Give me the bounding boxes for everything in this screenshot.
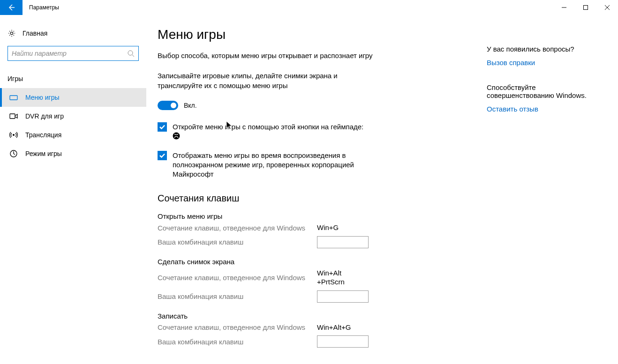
shortcut-title: Записать: [158, 312, 471, 320]
shortcut-user-label: Ваша комбинация клавиш: [158, 238, 317, 246]
checkbox-gamepad-label: Откройте меню игры с помощью этой кнопки…: [173, 122, 363, 141]
sidebar: Главная Игры Меню игры DVR для игр Т: [0, 15, 146, 364]
shortcut-win-label: Сочетание клавиш, отведенное для Windows: [158, 224, 317, 232]
shortcut-win-label: Сочетание клавиш, отведенное для Windows: [158, 323, 317, 331]
aside-help-link[interactable]: Вызов справки: [487, 59, 604, 67]
window-title: Параметры: [23, 4, 553, 11]
gear-icon: [8, 29, 16, 37]
svg-point-1: [10, 32, 13, 34]
shortcut-win-value: Win+G: [317, 223, 369, 232]
sidebar-item-gamebar[interactable]: Меню игры: [0, 88, 146, 107]
sidebar-item-label: Трансляция: [25, 131, 61, 139]
shortcut-title: Открыть меню игры: [158, 212, 471, 220]
search-input[interactable]: [12, 50, 127, 57]
broadcast-icon: [9, 131, 18, 139]
shortcut-user-label: Ваша комбинация клавиш: [158, 338, 317, 346]
shortcut-win-value: Win+Alt+G: [317, 323, 369, 332]
gamebar-toggle[interactable]: [158, 101, 178, 110]
back-arrow-icon: [8, 4, 15, 11]
page-title: Меню игры: [158, 27, 471, 42]
page-description-1: Выбор способа, которым меню игры открыва…: [158, 51, 373, 60]
shortcuts-heading: Сочетания клавиш: [158, 193, 471, 204]
back-button[interactable]: [0, 0, 23, 15]
svg-point-7: [173, 133, 180, 140]
checkbox-fullscreen[interactable]: [158, 151, 167, 160]
shortcut-win-label: Сочетание клавиш, отведенное для Windows: [158, 274, 317, 282]
svg-point-5: [13, 134, 15, 136]
minimize-button[interactable]: [553, 0, 575, 15]
gamebar-icon: [9, 93, 18, 102]
aside-feedback-heading: Способствуйте совершенствованию Windows.: [487, 83, 604, 99]
gamemode-icon: [9, 149, 18, 158]
aside: У вас появились вопросы? Вызов справки С…: [482, 15, 618, 364]
shortcut-group-screenshot: Сделать снимок экрана Сочетание клавиш, …: [158, 258, 471, 303]
shortcut-user-input-record[interactable]: [317, 335, 369, 348]
shortcut-group-open: Открыть меню игры Сочетание клавиш, отве…: [158, 212, 471, 248]
shortcut-user-label: Ваша комбинация клавиш: [158, 292, 317, 300]
svg-rect-0: [584, 6, 588, 10]
maximize-button[interactable]: [575, 0, 596, 15]
aside-questions-heading: У вас появились вопросы?: [487, 45, 604, 53]
checkbox-fullscreen-label: Отображать меню игры во время воспроизве…: [173, 151, 383, 179]
check-icon: [159, 124, 166, 130]
sidebar-home[interactable]: Главная: [0, 26, 146, 46]
shortcut-title: Сделать снимок экрана: [158, 258, 471, 266]
toggle-label: Вкл.: [184, 102, 197, 109]
window-controls: [553, 0, 618, 15]
sidebar-item-label: Режим игры: [25, 150, 62, 157]
search-icon: [127, 50, 135, 57]
svg-rect-3: [10, 96, 17, 100]
sidebar-item-broadcast[interactable]: Трансляция: [0, 126, 146, 144]
sidebar-item-dvr[interactable]: DVR для игр: [0, 107, 146, 126]
close-button[interactable]: [596, 0, 618, 15]
aside-feedback-link[interactable]: Оставить отзыв: [487, 105, 604, 113]
page-description-2: Записывайте игровые клипы, делайте снимк…: [158, 71, 373, 90]
main-content: Меню игры Выбор способа, которым меню иг…: [146, 15, 482, 364]
search-box[interactable]: [8, 46, 139, 61]
checkbox-gamepad[interactable]: [158, 122, 167, 132]
titlebar: Параметры: [0, 0, 618, 15]
check-icon: [159, 152, 166, 159]
shortcut-user-input-open[interactable]: [317, 236, 369, 248]
svg-rect-4: [10, 114, 15, 119]
sidebar-item-gamemode[interactable]: Режим игры: [0, 144, 146, 163]
shortcut-group-record: Записать Сочетание клавиш, отведенное дл…: [158, 312, 471, 348]
sidebar-home-label: Главная: [23, 30, 47, 37]
dvr-icon: [9, 112, 18, 120]
xbox-icon: [173, 132, 180, 140]
shortcut-user-input-screenshot[interactable]: [317, 290, 369, 303]
sidebar-group-header: Игры: [0, 71, 146, 88]
sidebar-item-label: DVR для игр: [25, 112, 64, 120]
svg-point-2: [128, 51, 133, 55]
shortcut-win-value: Win+Alt +PrtScrn: [317, 268, 369, 287]
sidebar-item-label: Меню игры: [25, 94, 60, 101]
